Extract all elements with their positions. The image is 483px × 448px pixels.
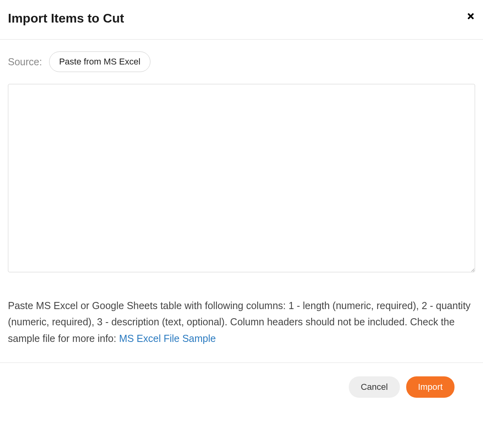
source-row: Source: Paste from MS Excel — [8, 51, 475, 72]
help-text: Paste MS Excel or Google Sheets table wi… — [8, 298, 475, 347]
help-text-content: Paste MS Excel or Google Sheets table wi… — [8, 300, 471, 344]
paste-textarea[interactable] — [8, 84, 475, 272]
dialog-title: Import Items to Cut — [8, 11, 124, 26]
import-button[interactable]: Import — [406, 376, 454, 398]
source-select[interactable]: Paste from MS Excel — [49, 51, 150, 72]
sample-file-link[interactable]: MS Excel File Sample — [119, 333, 216, 344]
dialog-header: Import Items to Cut — [0, 0, 483, 40]
dialog-footer: Cancel Import — [0, 363, 483, 411]
cancel-button[interactable]: Cancel — [349, 376, 399, 398]
close-icon[interactable] — [466, 11, 475, 22]
source-label: Source: — [8, 56, 42, 68]
dialog-body: Source: Paste from MS Excel Paste MS Exc… — [0, 40, 483, 363]
